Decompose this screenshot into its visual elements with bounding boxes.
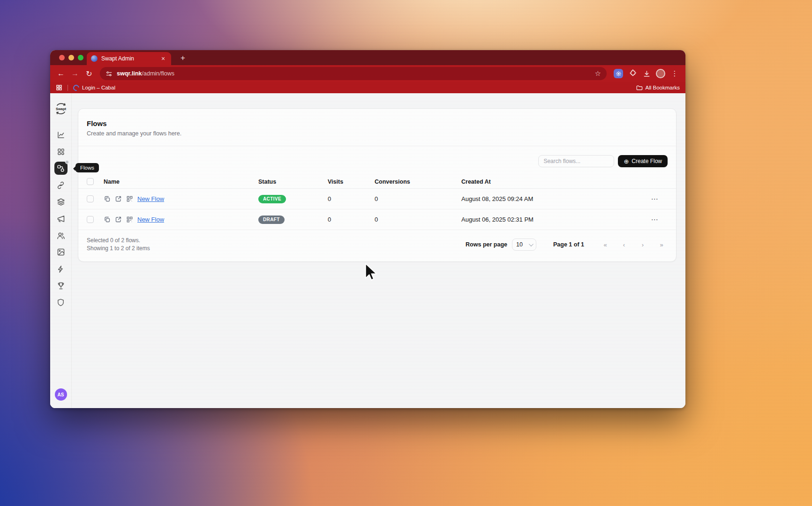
select-all-checkbox[interactable] — [87, 178, 94, 185]
name-cell: New Flow — [104, 195, 258, 202]
search-input[interactable] — [538, 155, 614, 167]
apps-grid-icon[interactable] — [56, 84, 62, 91]
avatar — [656, 69, 665, 78]
table-controls: ⊕ Create Flow — [78, 146, 676, 175]
last-page-button[interactable]: » — [655, 238, 668, 251]
first-page-button[interactable]: « — [599, 238, 611, 251]
showing-range-text: Showing 1 to 2 of 2 items — [87, 245, 150, 253]
flow-name-link[interactable]: New Flow — [137, 216, 164, 223]
status-badge: ACTIVE — [258, 195, 286, 203]
zoom-window-button[interactable] — [78, 55, 83, 60]
created-at-cell: August 08, 2025 09:24 AM — [461, 195, 641, 202]
sidebar-item-dashboard[interactable] — [54, 145, 68, 158]
bookmark-label: Login – Cabal — [82, 85, 115, 90]
swapt-logo[interactable]: Swapt — [53, 101, 69, 117]
visits-cell: 0 — [328, 216, 375, 223]
page-indicator: Page 1 of 1 — [553, 241, 584, 248]
trophy-icon — [57, 282, 65, 290]
sidebar-item-users[interactable] — [54, 229, 68, 242]
sidebar-item-rewards[interactable] — [54, 279, 68, 292]
sidebar-item-links[interactable] — [54, 179, 68, 192]
image-icon — [57, 248, 65, 256]
all-bookmarks-button[interactable]: All Bookmarks — [636, 85, 680, 91]
workflow-icon — [57, 164, 65, 172]
sidebar-item-media[interactable] — [54, 246, 68, 259]
bookmarks-separator — [68, 85, 68, 91]
status-badge: DRAFT — [258, 216, 285, 224]
new-tab-button[interactable]: + — [178, 52, 188, 65]
chrome-menu-kebab-icon[interactable]: ⋮ — [669, 67, 681, 80]
conversions-cell: 0 — [375, 216, 461, 223]
blue-extension-icon — [614, 69, 623, 78]
sidebar-item-analytics[interactable] — [54, 128, 68, 141]
sidebar-item-layers[interactable] — [54, 195, 68, 208]
profile-avatar-icon[interactable] — [654, 67, 667, 80]
close-window-button[interactable] — [59, 55, 65, 60]
site-settings-icon[interactable] — [105, 70, 113, 77]
user-avatar[interactable]: AS — [55, 388, 67, 401]
table-row: New Flow DRAFT 0 0 August 06, 2025 02:31… — [78, 209, 676, 230]
sidebar-item-integrations[interactable] — [54, 262, 68, 275]
app-sidebar: Swapt — [50, 93, 72, 408]
row-checkbox[interactable] — [87, 195, 94, 202]
shield-icon — [57, 298, 65, 306]
selected-count-text: Selected 0 of 2 flows. — [87, 237, 150, 245]
sidebar-item-security[interactable] — [54, 296, 68, 309]
back-icon[interactable]: ← — [55, 67, 67, 80]
browser-toolbar: ← → ↻ swqr.link/admin/flows ☆ — [50, 65, 685, 82]
url-path: /admin/flows — [142, 70, 174, 77]
row-actions-kebab-icon[interactable]: ⋯ — [641, 195, 668, 203]
app-content: Swapt — [50, 93, 685, 408]
qr-code-icon[interactable] — [126, 216, 133, 223]
tab-title: Swapt Admin — [101, 55, 156, 62]
rows-per-page-label: Rows per page — [466, 241, 507, 248]
flows-card: Flows Create and manage your flows here.… — [78, 108, 677, 262]
column-conversions: Conversions — [375, 179, 461, 185]
pagination-controls: Rows per page 10 Page 1 of 1 « ‹ › » — [466, 238, 668, 251]
chevron-down-icon — [529, 242, 534, 246]
plus-circle-icon: ⊕ — [624, 158, 629, 164]
page-subtitle: Create and manage your flows here. — [87, 130, 668, 137]
qr-code-icon[interactable] — [126, 195, 133, 202]
external-link-icon[interactable] — [115, 195, 122, 202]
bookmark-item[interactable]: Login – Cabal — [73, 85, 115, 91]
sidebar-item-flows[interactable] — [54, 162, 68, 175]
desktop-wallpaper: Swapt Admin × + ← → ↻ swqr.link/admin/fl… — [0, 0, 812, 506]
copy-icon[interactable] — [104, 195, 111, 202]
page-title: Flows — [87, 119, 668, 127]
reload-icon[interactable]: ↻ — [83, 67, 95, 80]
name-cell: New Flow — [104, 216, 258, 223]
sidebar-item-announcements[interactable] — [54, 212, 68, 225]
bookmark-star-icon[interactable]: ☆ — [595, 69, 601, 78]
browser-window: Swapt Admin × + ← → ↻ swqr.link/admin/fl… — [50, 50, 685, 408]
created-at-cell: August 06, 2025 02:31 PM — [461, 216, 641, 223]
visits-cell: 0 — [328, 195, 375, 202]
browser-tab[interactable]: Swapt Admin × — [87, 52, 171, 65]
rows-per-page-value: 10 — [516, 241, 523, 248]
create-flow-button[interactable]: ⊕ Create Flow — [618, 155, 668, 167]
extension-pinned-icon[interactable] — [612, 67, 624, 80]
grid-icon — [57, 148, 65, 156]
download-icon[interactable] — [640, 67, 653, 80]
column-name: Name — [104, 179, 258, 185]
row-actions-kebab-icon[interactable]: ⋯ — [641, 216, 668, 224]
prev-page-button[interactable]: ‹ — [618, 238, 630, 251]
logo-text: Swapt — [55, 107, 66, 111]
flow-name-link[interactable]: New Flow — [137, 195, 164, 202]
copy-icon[interactable] — [104, 216, 111, 223]
address-bar[interactable]: swqr.link/admin/flows ☆ — [100, 67, 607, 80]
rows-per-page-select[interactable]: 10 — [512, 238, 536, 251]
external-link-icon[interactable] — [115, 216, 122, 223]
column-status: Status — [258, 179, 328, 185]
next-page-button[interactable]: › — [637, 238, 649, 251]
status-cell: ACTIVE — [258, 195, 328, 203]
selection-summary: Selected 0 of 2 flows. Showing 1 to 2 of… — [87, 237, 150, 253]
flows-notification-dot — [65, 160, 69, 164]
extensions-puzzle-icon[interactable] — [626, 67, 639, 80]
row-checkbox[interactable] — [87, 216, 94, 223]
tab-close-icon[interactable]: × — [159, 55, 167, 62]
conversions-cell: 0 — [375, 195, 461, 202]
table-header: Name Status Visits Conversions Created A… — [78, 175, 676, 189]
minimize-window-button[interactable] — [68, 55, 74, 60]
forward-icon[interactable]: → — [69, 67, 81, 80]
